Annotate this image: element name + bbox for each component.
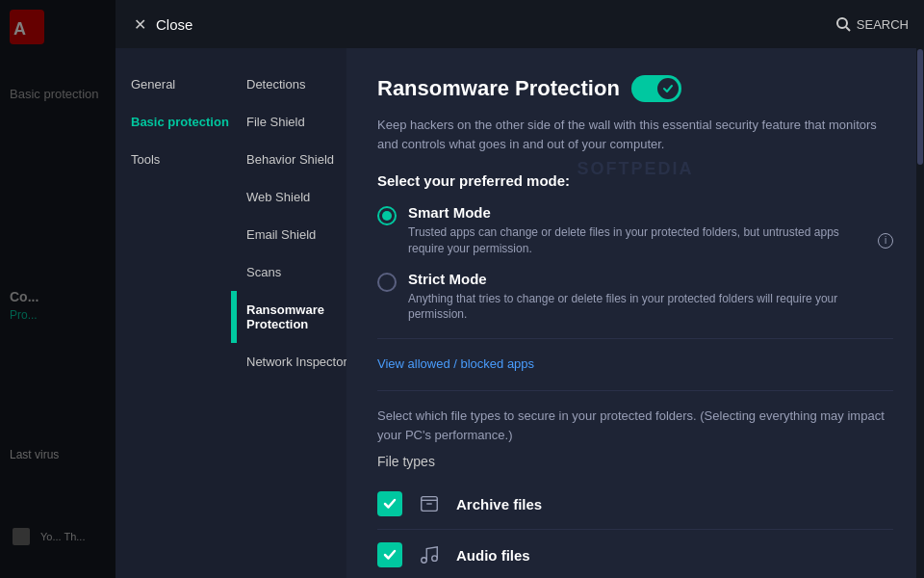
- strict-mode-radio[interactable]: [377, 273, 397, 292]
- audio-file-icon: [416, 541, 443, 568]
- svg-point-9: [432, 556, 438, 562]
- file-types-label: File types: [377, 454, 893, 469]
- close-label: Close: [156, 16, 192, 33]
- search-area[interactable]: SEARCH: [835, 16, 909, 32]
- right-content: SOFTPEDIA Ransomware Protection Keep hac…: [346, 48, 924, 578]
- scroll-indicator[interactable]: [916, 48, 924, 578]
- modal-dialog: ✕ Close SEARCH General Basic protection …: [116, 0, 924, 578]
- nav-col-1: General Basic protection Tools: [116, 58, 231, 388]
- archive-checkmark: [383, 497, 397, 511]
- sidebar-item-tools[interactable]: Tools: [116, 141, 231, 178]
- toggle-knob: [657, 78, 679, 99]
- strict-mode-text: Strict Mode Anything that tries to chang…: [408, 271, 893, 324]
- smart-mode-option[interactable]: Smart Mode Trusted apps can change or de…: [377, 204, 893, 257]
- svg-point-3: [837, 18, 847, 28]
- divider-1: [377, 338, 893, 339]
- modal-header: ✕ Close SEARCH: [116, 0, 924, 48]
- file-row-archive: Archive files: [377, 479, 893, 530]
- file-types-intro: Select which file types to secure in you…: [377, 407, 893, 444]
- sidebar-item-detections[interactable]: Detections: [231, 66, 346, 103]
- section-title-row: Ransomware Protection: [377, 75, 893, 102]
- mode-select-label: Select your preferred mode:: [377, 172, 893, 189]
- scroll-thumb: [917, 49, 923, 165]
- view-allowed-link[interactable]: View allowed / blocked apps: [377, 356, 534, 371]
- svg-point-8: [422, 558, 427, 564]
- sidebar-item-general[interactable]: General: [116, 66, 231, 103]
- smart-mode-radio-inner: [382, 211, 392, 221]
- strict-mode-name: Strict Mode: [408, 271, 893, 287]
- sidebar-item-email-shield[interactable]: Email Shield: [231, 216, 346, 253]
- search-label: SEARCH: [857, 17, 909, 32]
- sidebar-item-file-shield[interactable]: File Shield: [231, 103, 346, 141]
- nav-columns: General Basic protection Tools Detection…: [116, 58, 346, 388]
- divider-2: [377, 390, 893, 391]
- smart-mode-text: Smart Mode Trusted apps can change or de…: [408, 204, 893, 257]
- sidebar-item-web-shield[interactable]: Web Shield: [231, 178, 346, 216]
- strict-mode-desc: Anything that tries to change or delete …: [408, 291, 893, 324]
- checkmark-icon: [662, 83, 674, 94]
- sidebar-item-behavior-shield[interactable]: Behavior Shield: [231, 141, 346, 178]
- nav-col-2: Detections File Shield Behavior Shield W…: [231, 58, 346, 388]
- smart-mode-name: Smart Mode: [408, 204, 893, 221]
- file-row-audio: Audio files: [377, 530, 893, 578]
- modal-body: General Basic protection Tools Detection…: [116, 48, 924, 578]
- sidebar-item-network-inspector[interactable]: Network Inspector: [231, 343, 346, 381]
- sidebar-item-scans[interactable]: Scans: [231, 253, 346, 291]
- section-title: Ransomware Protection: [377, 76, 620, 101]
- svg-line-4: [846, 27, 850, 31]
- archive-file-icon: [416, 490, 443, 517]
- toggle-button[interactable]: [631, 75, 681, 102]
- left-nav: General Basic protection Tools Detection…: [116, 48, 346, 578]
- smart-mode-info-icon[interactable]: i: [878, 233, 893, 249]
- audio-checkbox[interactable]: [377, 542, 402, 567]
- sidebar-item-ransomware-protection[interactable]: RansomwareProtection: [231, 291, 346, 343]
- smart-mode-desc: Trusted apps can change or delete files …: [408, 224, 893, 257]
- archive-checkbox[interactable]: [377, 491, 402, 516]
- smart-mode-radio[interactable]: [377, 206, 397, 225]
- archive-file-label: Archive files: [456, 496, 542, 512]
- search-icon: [835, 16, 851, 32]
- section-description: Keep hackers on the other side of the wa…: [377, 116, 893, 153]
- close-icon: ✕: [131, 15, 148, 33]
- audio-file-label: Audio files: [456, 547, 530, 564]
- sidebar-item-basic-protection[interactable]: Basic protection: [116, 103, 231, 141]
- close-button[interactable]: ✕ Close: [131, 15, 192, 33]
- strict-mode-option[interactable]: Strict Mode Anything that tries to chang…: [377, 271, 893, 324]
- audio-checkmark: [383, 548, 397, 562]
